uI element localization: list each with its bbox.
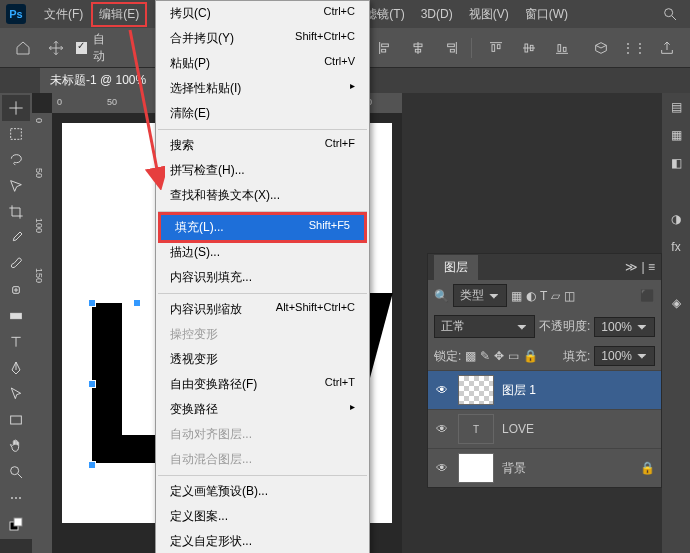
visibility-icon[interactable]: 👁 [434,461,450,475]
rectangle-tool[interactable] [2,407,30,433]
layer-row[interactable]: 👁 图层 1 [428,370,661,409]
align-vcenter-icon[interactable] [515,34,542,62]
fill-input[interactable]: 100%⏷ [594,346,655,366]
type-tool[interactable] [2,329,30,355]
doc-tab[interactable]: 未标题-1 @ 100% [40,68,156,93]
gradient-tool[interactable] [2,303,30,329]
panel-menu-icon[interactable]: ≫ | ≡ [625,260,655,274]
filter-type-select[interactable]: 类型⏷ [453,284,507,307]
filter-type-icon[interactable]: T [540,289,547,303]
menu-item[interactable]: 拷贝(C)Ctrl+C [156,1,369,26]
align-left-icon[interactable] [372,34,399,62]
filter-shape-icon[interactable]: ▱ [551,289,560,303]
menu-item[interactable]: 查找和替换文本(X)... [156,183,369,208]
ruler-vertical: 0 50 100 150 [32,113,52,553]
color-icon[interactable]: ◧ [666,153,686,173]
menu-item[interactable]: 选择性粘贴(I) [156,76,369,101]
more-tools[interactable]: ⋯ [2,485,30,511]
visibility-icon[interactable]: 👁 [434,422,450,436]
menu-item[interactable]: 定义画笔预设(B)... [156,479,369,504]
hand-tool[interactable] [2,433,30,459]
menu-view[interactable]: 视图(V) [461,2,517,27]
menu-item[interactable]: 描边(S)... [156,240,369,265]
layer-row[interactable]: 👁 T LOVE [428,409,661,448]
layers-tab[interactable]: 图层 [434,255,478,280]
menu-3d[interactable]: 3D(D) [413,3,461,25]
blend-mode-select[interactable]: 正常⏷ [434,315,535,338]
menu-item[interactable]: 自由变换路径(F)Ctrl+T [156,372,369,397]
menu-item[interactable]: 搜索Ctrl+F [156,133,369,158]
path-select-tool[interactable] [2,381,30,407]
menu-item[interactable]: 透视变形 [156,347,369,372]
home-icon[interactable] [10,34,37,62]
menu-item[interactable]: 内容识别填充... [156,265,369,290]
menu-item[interactable]: 粘贴(P)Ctrl+V [156,51,369,76]
lock-pos-icon[interactable]: ✥ [494,349,504,363]
visibility-icon[interactable]: 👁 [434,383,450,397]
menu-item[interactable]: 内容识别缩放Alt+Shift+Ctrl+C [156,297,369,322]
menu-file[interactable]: 文件(F) [36,2,91,27]
lock-artb-icon[interactable]: ▭ [508,349,519,363]
fill-label: 填充: [563,348,590,365]
history-icon[interactable]: ▤ [666,97,686,117]
opacity-input[interactable]: 100%⏷ [594,317,655,337]
lock-trans-icon[interactable]: ▩ [465,349,476,363]
layer-thumb [458,453,494,483]
menu-window[interactable]: 窗口(W) [517,2,576,27]
menu-item[interactable]: 清除(E) [156,101,369,126]
quick-select-tool[interactable] [2,173,30,199]
menu-item[interactable]: 定义图案... [156,504,369,529]
search-icon[interactable] [656,0,684,28]
auto-select-checkbox[interactable] [76,42,88,54]
menu-item[interactable]: 合并拷贝(Y)Shift+Ctrl+C [156,26,369,51]
transform-handle[interactable] [133,299,141,307]
filter-smart-icon[interactable]: ◫ [564,289,575,303]
layer-name: 背景 [502,460,526,477]
filter-adjust-icon[interactable]: ◐ [526,289,536,303]
svg-rect-27 [14,518,22,526]
svg-rect-3 [382,44,389,47]
distribute-icon[interactable]: ⋮⋮ [620,34,647,62]
svg-point-24 [11,467,19,475]
transform-handle[interactable] [88,461,96,469]
search-icon[interactable]: 🔍 [434,289,449,303]
align-top-icon[interactable] [483,34,510,62]
transform-handle[interactable] [88,299,96,307]
lock-all-icon[interactable]: 🔒 [523,349,538,363]
eyedropper-tool[interactable] [2,225,30,251]
menu-item-fill[interactable]: 填充(L)...Shift+F5 [161,215,364,240]
menu-item[interactable]: 定义自定形状... [156,529,369,553]
lasso-tool[interactable] [2,147,30,173]
spot-heal-tool[interactable] [2,277,30,303]
layer-row[interactable]: 👁 背景 🔒 [428,448,661,487]
adjustments-icon[interactable]: ◑ [666,209,686,229]
svg-line-25 [18,474,22,478]
layers-icon[interactable]: ◈ [666,293,686,313]
align-hcenter-icon[interactable] [405,34,432,62]
color-swap-icon[interactable] [2,511,30,537]
filter-toggle[interactable]: ⬛ [640,289,655,303]
lock-label: 锁定: [434,348,461,365]
brush-tool[interactable] [2,251,30,277]
filter-pixel-icon[interactable]: ▦ [511,289,522,303]
menu-edit[interactable]: 编辑(E) [91,2,147,27]
swatches-icon[interactable]: ▦ [666,125,686,145]
menu-item[interactable]: 变换路径 [156,397,369,422]
move-tool-icon[interactable] [43,34,70,62]
3d-mode-icon[interactable] [587,34,614,62]
pen-tool[interactable] [2,355,30,381]
lock-icon: 🔒 [640,461,655,475]
share-icon[interactable] [653,34,680,62]
align-right-icon[interactable] [438,34,465,62]
lock-paint-icon[interactable]: ✎ [480,349,490,363]
layers-panel: 图层 ≫ | ≡ 🔍 类型⏷ ▦ ◐ T ▱ ◫ ⬛ 正常⏷ 不透明度: 100… [427,253,662,488]
layer-thumb: T [458,414,494,444]
menu-item[interactable]: 拼写检查(H)... [156,158,369,183]
marquee-tool[interactable] [2,121,30,147]
crop-tool[interactable] [2,199,30,225]
move-tool[interactable] [2,95,30,121]
styles-icon[interactable]: fx [666,237,686,257]
zoom-tool[interactable] [2,459,30,485]
align-bottom-icon[interactable] [548,34,575,62]
transform-handle[interactable] [88,380,96,388]
